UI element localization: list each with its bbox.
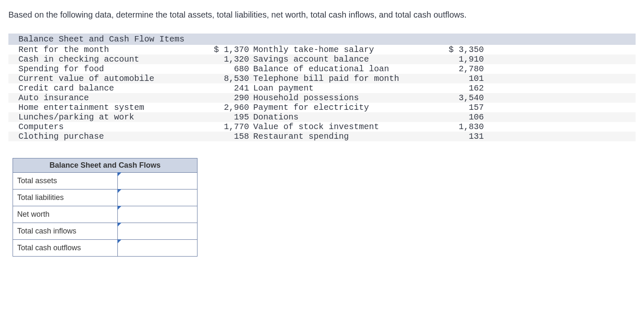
item-value-right: 131 xyxy=(429,132,484,141)
answer-input-cell[interactable] xyxy=(118,240,197,257)
item-label-right: Restaurant spending xyxy=(249,132,429,141)
data-row: Clothing purchase158Restaurant spending1… xyxy=(8,132,636,141)
item-value-left: 1,320 xyxy=(199,54,249,64)
input-marker-icon xyxy=(117,239,122,244)
data-row: Spending for food680Balance of education… xyxy=(8,64,636,74)
answer-table: Balance Sheet and Cash Flows Total asset… xyxy=(13,158,197,257)
item-label-left: Current value of automobile xyxy=(18,74,199,83)
item-value-right: 157 xyxy=(429,103,484,112)
data-row: Home entertainment system2,960Payment fo… xyxy=(8,103,636,112)
item-value-right: 101 xyxy=(429,74,484,83)
item-label-right: Value of stock investment xyxy=(249,122,429,132)
item-label-right: Household possessions xyxy=(249,93,429,103)
item-label-right: Balance of educational loan xyxy=(249,64,429,74)
item-label-right: Savings account balance xyxy=(249,54,429,64)
item-label-left: Lunches/parking at work xyxy=(18,112,199,122)
data-row: Current value of automobile8,530Telephon… xyxy=(8,74,636,83)
input-marker-icon xyxy=(117,223,122,227)
data-row: Credit card balance241Loan payment162 xyxy=(8,83,636,93)
item-label-right: Loan payment xyxy=(249,83,429,93)
item-value-left: 680 xyxy=(199,64,249,74)
item-value-left: 241 xyxy=(199,83,249,93)
item-label-left: Auto insurance xyxy=(18,93,199,103)
item-value-left: 2,960 xyxy=(199,103,249,112)
answer-row: Total cash outflows xyxy=(13,240,197,257)
item-value-right: $ 3,350 xyxy=(429,45,484,54)
data-row: Lunches/parking at work195Donations106 xyxy=(8,112,636,122)
item-label-left: Credit card balance xyxy=(18,83,199,93)
input-marker-icon xyxy=(117,189,122,193)
item-label-right: Monthly take-home salary xyxy=(249,45,429,54)
question-prompt: Based on the following data, determine t… xyxy=(8,8,636,21)
item-value-left: 8,530 xyxy=(199,74,249,83)
answer-input-cell[interactable] xyxy=(118,223,197,240)
answer-input[interactable] xyxy=(118,173,197,189)
item-label-right: Telephone bill paid for month xyxy=(249,74,429,83)
answer-row: Total assets xyxy=(13,173,197,189)
item-value-left: 1,770 xyxy=(199,122,249,132)
data-row: Rent for the month$ 1,370Monthly take-ho… xyxy=(8,45,636,54)
item-label-left: Spending for food xyxy=(18,64,199,74)
answer-input-cell[interactable] xyxy=(118,189,197,206)
data-table-header: Balance Sheet and Cash Flow Items xyxy=(8,34,636,45)
answer-row: Net worth xyxy=(13,206,197,223)
answer-label: Total liabilities xyxy=(13,189,118,206)
answer-row: Total liabilities xyxy=(13,189,197,206)
item-value-left: $ 1,370 xyxy=(199,45,249,54)
answer-input[interactable] xyxy=(118,206,197,223)
item-label-left: Computers xyxy=(18,122,199,132)
item-value-left: 290 xyxy=(199,93,249,103)
answer-input-cell[interactable] xyxy=(118,173,197,189)
item-label-right: Donations xyxy=(249,112,429,122)
item-label-right: Payment for electricity xyxy=(249,103,429,112)
input-marker-icon xyxy=(117,206,122,210)
item-label-left: Cash in checking account xyxy=(18,54,199,64)
input-marker-icon xyxy=(117,172,122,176)
item-label-left: Clothing purchase xyxy=(18,132,199,141)
answer-input-cell[interactable] xyxy=(118,206,197,223)
answer-input[interactable] xyxy=(118,189,197,206)
item-value-left: 158 xyxy=(199,132,249,141)
answer-label: Total assets xyxy=(13,173,118,189)
answer-input[interactable] xyxy=(118,240,197,256)
answer-label: Total cash inflows xyxy=(13,223,118,240)
item-label-left: Rent for the month xyxy=(18,45,199,54)
answer-table-header: Balance Sheet and Cash Flows xyxy=(13,158,197,173)
item-value-right: 3,540 xyxy=(429,93,484,103)
item-value-left: 195 xyxy=(199,112,249,122)
answer-row: Total cash inflows xyxy=(13,223,197,240)
item-value-right: 106 xyxy=(429,112,484,122)
item-value-right: 162 xyxy=(429,83,484,93)
answer-input[interactable] xyxy=(118,223,197,239)
item-value-right: 2,780 xyxy=(429,64,484,74)
item-value-right: 1,830 xyxy=(429,122,484,132)
data-row: Computers1,770Value of stock investment1… xyxy=(8,122,636,132)
answer-label: Net worth xyxy=(13,206,118,223)
item-label-left: Home entertainment system xyxy=(18,103,199,112)
answer-label: Total cash outflows xyxy=(13,240,118,257)
item-value-right: 1,910 xyxy=(429,54,484,64)
data-row: Cash in checking account1,320Savings acc… xyxy=(8,54,636,64)
data-table: Balance Sheet and Cash Flow Items Rent f… xyxy=(8,34,636,141)
data-row: Auto insurance290Household possessions3,… xyxy=(8,93,636,103)
